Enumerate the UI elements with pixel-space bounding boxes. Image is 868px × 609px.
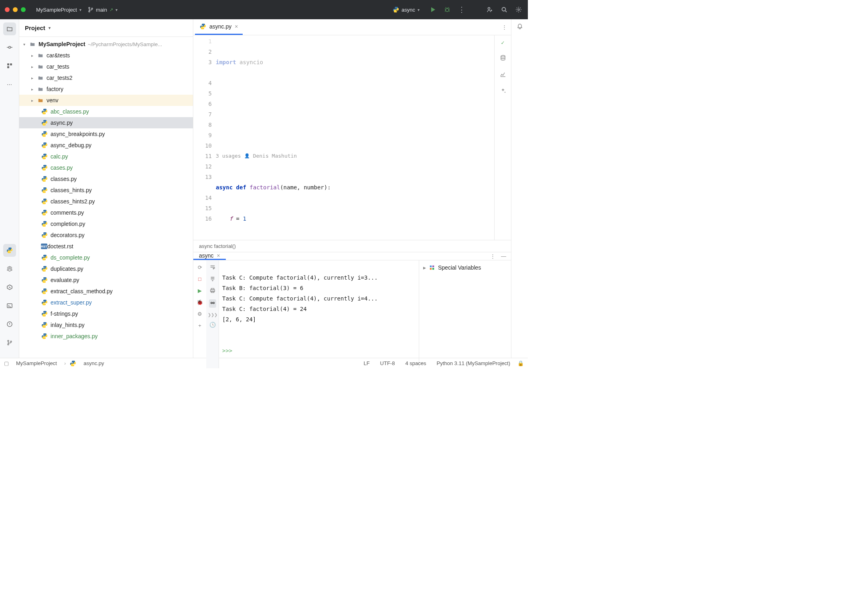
tree-label: car_tests2 (47, 75, 73, 81)
history-icon[interactable]: 🕓 (209, 322, 216, 328)
variables-panel[interactable]: ▸ Special Variables (419, 260, 511, 368)
close-icon[interactable]: × (235, 23, 238, 30)
tree-folder[interactable]: ▸car_tests (19, 61, 193, 72)
run-button[interactable] (428, 5, 437, 14)
inspection-ok-icon[interactable]: ✓ (501, 39, 504, 46)
author-hint[interactable]: Denis Mashutin (253, 151, 297, 161)
tree-file[interactable]: inlay_hints.py (19, 319, 193, 331)
debug-icon[interactable]: 🐞 (197, 299, 203, 305)
close-icon[interactable]: × (217, 252, 220, 259)
tree-file[interactable]: calc.py (19, 151, 193, 162)
tree-file[interactable]: classes_hints2.py (19, 196, 193, 207)
tree-file[interactable]: classes_hints.py (19, 185, 193, 196)
graph-icon[interactable] (500, 71, 506, 79)
minimize-icon[interactable]: — (501, 253, 506, 259)
more-tool-button[interactable]: ⋯ (3, 78, 16, 91)
ai-icon[interactable] (500, 87, 506, 95)
git-tool-button[interactable] (3, 336, 16, 349)
tree-file[interactable]: ds_complete.py (19, 252, 193, 263)
editor[interactable]: 1 2345678910111213141516 import asyncio … (193, 35, 511, 240)
chevron-right-icon[interactable]: ▸ (31, 65, 37, 69)
print-icon[interactable] (210, 288, 215, 294)
run-tab-async[interactable]: async × (193, 252, 226, 260)
chevron-down-icon[interactable]: ▾ (23, 42, 29, 47)
terminal-tool-button[interactable] (3, 299, 16, 312)
tree-file[interactable]: RSTdoctest.rst (19, 241, 193, 252)
notifications-icon[interactable] (517, 23, 523, 31)
tree-file[interactable]: async_breakpoints.py (19, 128, 193, 140)
code-area[interactable]: import asyncio 3 usages 👤Denis Mashutin … (216, 35, 494, 240)
structure-tool-button[interactable] (3, 59, 16, 72)
chevron-right-icon[interactable]: ▸ (423, 264, 426, 271)
project-tool-button[interactable] (3, 22, 16, 35)
tree-root[interactable]: ▾ MySampleProject ~/PycharmProjects/MySa… (19, 39, 193, 50)
scroll-to-end-icon[interactable] (210, 276, 215, 283)
tree-file[interactable]: decorators.py (19, 229, 193, 241)
chevron-right-icon[interactable]: ▸ (31, 76, 37, 80)
sb-lock-icon[interactable]: 🔒 (517, 360, 524, 366)
tab-menu-icon[interactable]: ⋮ (502, 24, 507, 30)
add-icon[interactable]: + (198, 323, 201, 329)
sb-line-ending[interactable]: LF (360, 360, 373, 366)
chevron-right-icon[interactable]: ▸ (31, 53, 37, 58)
commit-tool-button[interactable] (3, 41, 16, 54)
tree-file[interactable]: classes.py (19, 173, 193, 185)
problems-tool-button[interactable] (3, 318, 16, 331)
tree-file[interactable]: duplicates.py (19, 263, 193, 274)
svg-point-1 (89, 11, 90, 12)
sb-interpreter[interactable]: Python 3.11 (MySampleProject) (433, 360, 513, 366)
tree-folder[interactable]: ▸factory (19, 83, 193, 95)
tree-file[interactable]: async_debug.py (19, 140, 193, 151)
project-tree[interactable]: ▾ MySampleProject ~/PycharmProjects/MySa… (19, 37, 193, 358)
tree-label: extract_super.py (51, 299, 92, 306)
tree-file[interactable]: inner_packages.py (19, 331, 193, 342)
console-output[interactable]: Task C: Compute factorial(4), currently … (219, 260, 419, 368)
more-menu[interactable]: ⋮ (457, 5, 466, 14)
settings-icon[interactable]: ⚙ (197, 311, 202, 317)
tree-file[interactable]: evaluate.py (19, 274, 193, 286)
tree-file[interactable]: completion.py (19, 218, 193, 229)
sb-nav-icon[interactable]: ▢ (4, 360, 9, 366)
settings-icon[interactable] (514, 5, 523, 14)
run-config-selector[interactable]: async ▾ (389, 5, 423, 14)
maximize-window[interactable] (21, 7, 26, 12)
project-panel-header[interactable]: Project ▾ (19, 19, 193, 37)
show-vars-icon[interactable] (209, 299, 216, 308)
rerun-icon[interactable]: ⟳ (198, 264, 202, 270)
sb-crumb-project[interactable]: MySampleProject (13, 360, 60, 366)
tree-file[interactable]: abc_classes.py (19, 106, 193, 117)
sb-encoding[interactable]: UTF-8 (377, 360, 398, 366)
project-selector[interactable]: MySampleProject ▾ (33, 5, 85, 14)
packages-tool-button[interactable] (3, 262, 16, 275)
tree-file[interactable]: f-strings.py (19, 308, 193, 319)
soft-wrap-icon[interactable] (210, 264, 215, 271)
database-icon[interactable] (500, 55, 506, 62)
tree-file[interactable]: comments.py (19, 207, 193, 218)
chevron-right-icon[interactable]: ▸ (31, 98, 37, 103)
tree-file[interactable]: extract_class_method.py (19, 286, 193, 297)
services-tool-button[interactable] (3, 281, 16, 294)
minimize-window[interactable] (13, 7, 18, 12)
sb-indent[interactable]: 4 spaces (402, 360, 429, 366)
tree-file[interactable]: async.py (19, 117, 193, 128)
sb-crumb-file[interactable]: async.py (80, 360, 107, 366)
editor-breadcrumb[interactable]: async factorial() (193, 240, 511, 252)
branch-selector[interactable]: main ↗ ▾ (85, 5, 121, 14)
close-window[interactable] (5, 7, 10, 12)
code-with-me-icon[interactable] (485, 5, 494, 14)
chevron-right-icon[interactable]: ▸ (31, 87, 37, 91)
tree-folder-venv[interactable]: ▸ venv (19, 95, 193, 106)
tab-async[interactable]: async.py × (195, 19, 243, 35)
prompt-icon[interactable]: ❯❯❯ (208, 313, 217, 317)
usages-hint[interactable]: 3 usages (216, 151, 241, 161)
tree-folder[interactable]: ▸car&tests (19, 50, 193, 61)
stop-icon[interactable]: □ (198, 276, 201, 282)
run-menu-icon[interactable]: ⋮ (490, 253, 495, 259)
tree-file[interactable]: extract_super.py (19, 297, 193, 308)
tree-file[interactable]: cases.py (19, 162, 193, 173)
run-icon[interactable]: ▶ (198, 288, 202, 294)
debug-button[interactable] (443, 5, 452, 14)
python-console-button[interactable] (3, 244, 16, 257)
tree-folder[interactable]: ▸car_tests2 (19, 72, 193, 83)
search-icon[interactable] (500, 5, 509, 14)
